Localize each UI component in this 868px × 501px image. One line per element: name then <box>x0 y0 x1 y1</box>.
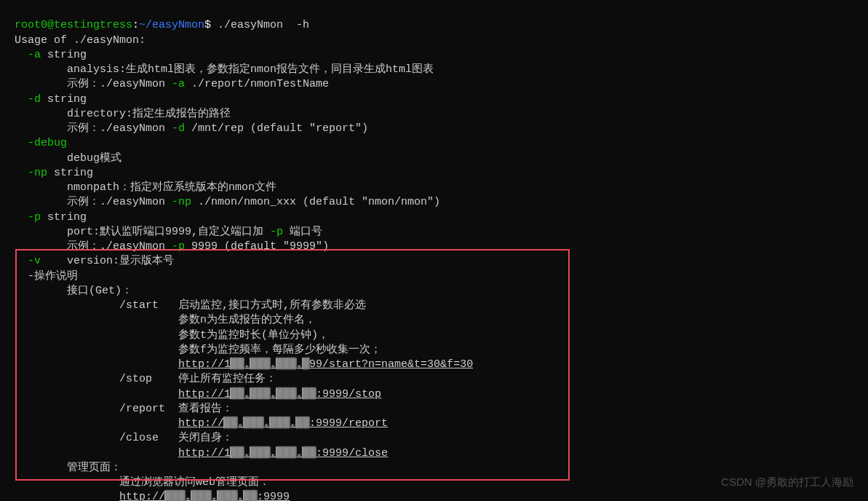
watermark-text: CSDN @勇敢的打工人海励 <box>721 475 853 489</box>
usage-line: Usage of ./easyNmon: <box>15 34 146 47</box>
flag-a-desc: analysis:生成html图表，参数指定nmon报告文件，同目录生成html… <box>67 63 434 76</box>
url-admin[interactable]: http://███.███.███.██:9999 <box>119 491 290 501</box>
flag-d-desc: directory:指定生成报告的路径 <box>67 108 231 120</box>
flag-p: -p <box>28 211 41 224</box>
flag-np-desc: nmonpath：指定对应系统版本的nmon文件 <box>67 181 276 194</box>
flag-a: -a <box>28 49 41 61</box>
prompt-user: root0@testingtress <box>15 19 132 31</box>
flag-np: -np <box>28 167 47 179</box>
command-text: ./easyNmon -h <box>218 19 309 31</box>
prompt-path: ~/easyNmon <box>139 19 204 31</box>
flag-debug-desc: debug模式 <box>67 152 122 165</box>
highlight-box <box>15 249 570 481</box>
flag-debug: -debug <box>28 137 67 149</box>
flag-d: -d <box>28 93 41 106</box>
